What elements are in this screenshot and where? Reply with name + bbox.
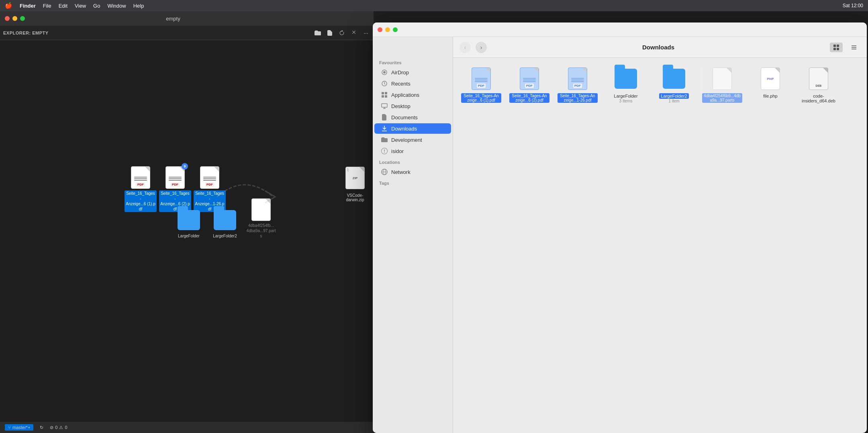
downloads-icon <box>381 125 388 132</box>
sidebar-item-documents[interactable]: Documents <box>374 112 451 123</box>
svg-rect-7 <box>382 104 387 107</box>
desktop-zip-item: ZIP ZIP VSCode-darwin.zip <box>345 167 365 202</box>
sidebar-item-isidor[interactable]: isidor <box>374 146 451 156</box>
icon-view-button[interactable] <box>830 43 843 52</box>
sidebar-item-recents[interactable]: Recents <box>374 78 451 89</box>
svg-rect-3 <box>382 92 384 94</box>
zip-label: VSCode-darwin.zip <box>346 193 364 202</box>
grid-item-pdf2[interactable]: PDF Seite_16_Tages-Anzeige...6 (2).pdf <box>509 66 549 104</box>
minimize-button[interactable] <box>12 16 17 21</box>
refresh-button[interactable] <box>337 29 346 37</box>
sidebar-item-applications[interactable]: Applications <box>374 90 451 100</box>
grid-item-pdf3[interactable]: PDF Seite_16_Tages-Anzeige...1-26.pdf <box>558 66 598 104</box>
menu-edit[interactable]: Edit <box>59 3 67 9</box>
editor-title: empty <box>166 16 180 22</box>
finder-main: ‹ › Downloads <box>453 37 867 433</box>
forward-button[interactable]: › <box>476 42 487 53</box>
grid-pdf2-label: Seite_16_Tages-Anzeige...6 (2).pdf <box>509 93 549 103</box>
explorer-label: EXPLORER: EMPTY <box>3 31 49 35</box>
new-file-button[interactable] <box>325 29 334 37</box>
error-number: 0 <box>55 425 57 430</box>
finder-maximize-button[interactable] <box>393 27 398 32</box>
new-folder-button[interactable] <box>313 29 322 37</box>
drag-pdf1[interactable]: PDF Seite_16_Tages-Anzeige...6 (1).pdf <box>125 165 157 212</box>
pdf3-icon: PDF <box>198 165 221 190</box>
grid-pdf3-label: Seite_16_Tages-Anzeige...1-26.pdf <box>558 93 598 103</box>
documents-icon <box>381 114 388 121</box>
finder-body: Favourites AirDrop <box>373 37 867 433</box>
menu-file[interactable]: File <box>43 3 51 9</box>
back-button[interactable]: ‹ <box>460 42 471 53</box>
finder-grid: PDF Seite_16_Tages-Anzeige...6 (1).pdf P… <box>453 58 867 433</box>
airdrop-label: AirDrop <box>391 69 409 76</box>
finder-minimize-button[interactable] <box>385 27 390 32</box>
sidebar-item-development[interactable]: Development <box>374 135 451 145</box>
recents-icon <box>381 80 388 87</box>
partial-label: 4dba4f254fb...4dba9a...97.parts <box>245 223 277 239</box>
grid-pdf3-icon: PDF <box>566 66 589 92</box>
drag-folder2[interactable]: LargeFolder2 <box>209 207 241 239</box>
svg-rect-14 <box>833 45 836 47</box>
grid-folder1-label: LargeFolder <box>612 93 639 99</box>
grid-item-partial[interactable]: 4dba4f254f6b9...4dba9a...97.parts <box>702 66 742 104</box>
explorer-toolbar: EXPLORER: EMPTY <box>0 26 374 40</box>
menu-window[interactable]: Window <box>107 3 126 9</box>
svg-rect-16 <box>833 48 836 50</box>
sidebar-item-airdrop[interactable]: AirDrop <box>374 67 451 78</box>
sync-status[interactable]: ↻ <box>40 425 43 430</box>
svg-rect-17 <box>837 48 839 50</box>
folder1-icon <box>178 207 200 233</box>
grid-item-largefolder[interactable]: LargeFolder 3 Items <box>606 66 646 104</box>
desktop-label: Desktop <box>391 103 411 109</box>
recents-label: Recents <box>391 81 411 87</box>
isidor-label: isidor <box>391 148 404 154</box>
finder-close-button[interactable] <box>378 27 382 32</box>
folder2-icon <box>214 207 236 233</box>
airdrop-icon <box>381 69 388 76</box>
sync-icon: ↻ <box>40 425 43 430</box>
tags-label: Tags <box>373 178 453 187</box>
network-icon <box>381 168 388 176</box>
warning-icon: ⚠ <box>59 425 63 430</box>
menu-go[interactable]: Go <box>93 3 100 9</box>
editor-titlebar: empty <box>0 11 374 26</box>
svg-rect-5 <box>382 95 384 98</box>
collapse-button[interactable] <box>349 29 358 37</box>
finder-sidebar: Favourites AirDrop <box>373 37 453 433</box>
grid-item-deb[interactable]: DEB code-insiders_d64.deb <box>799 66 839 104</box>
finder-toolbar: ‹ › Downloads <box>453 37 867 58</box>
sidebar-item-desktop[interactable]: Desktop <box>374 101 451 111</box>
folder2-label: LargeFolder2 <box>212 233 238 239</box>
finder-titlebar <box>373 22 867 37</box>
maximize-button[interactable] <box>20 16 25 21</box>
more-button[interactable]: ··· <box>361 29 370 37</box>
zip-icon[interactable]: ZIP ZIP <box>345 167 365 189</box>
svg-rect-6 <box>385 95 387 98</box>
grid-item-largefolder2[interactable]: LargeFolder2 1 item <box>654 66 694 104</box>
branch-indicator[interactable]: ⑂ master*+ <box>5 424 33 431</box>
grid-item-pdf1[interactable]: PDF Seite_16_Tages-Anzeige...6 (1).pdf <box>461 66 501 104</box>
menu-view[interactable]: View <box>75 3 86 9</box>
sidebar-item-network[interactable]: Network <box>374 167 451 177</box>
menu-help[interactable]: Help <box>133 3 144 9</box>
grid-folder1-icon <box>615 66 637 92</box>
error-count[interactable]: ⊘ 0 ⚠ 0 <box>50 425 67 430</box>
apple-menu[interactable]: 🍎 <box>5 2 12 9</box>
grid-item-php[interactable]: PHP file.php <box>750 66 790 104</box>
close-button[interactable] <box>5 16 10 21</box>
branch-name: master*+ <box>12 425 30 430</box>
traffic-lights <box>5 16 25 21</box>
drag-partial[interactable]: 4dba4f254fb...4dba9a...97.parts <box>245 197 277 239</box>
applications-icon <box>381 91 388 98</box>
sidebar-item-downloads[interactable]: Downloads <box>374 123 451 134</box>
list-view-button[interactable] <box>848 43 860 52</box>
menubar-right: Sat 12:00 <box>843 3 863 8</box>
grid-php-label: file.php <box>762 93 779 99</box>
drag-count-badge: 9 <box>182 163 188 170</box>
development-icon <box>381 136 388 143</box>
menu-finder[interactable]: Finder <box>20 3 36 9</box>
svg-rect-15 <box>837 45 839 47</box>
grid-pdf2-icon: PDF <box>518 66 541 92</box>
drag-folder1[interactable]: LargeFolder <box>173 207 205 239</box>
menubar: 🍎 Finder File Edit View Go Window Help S… <box>0 0 868 11</box>
